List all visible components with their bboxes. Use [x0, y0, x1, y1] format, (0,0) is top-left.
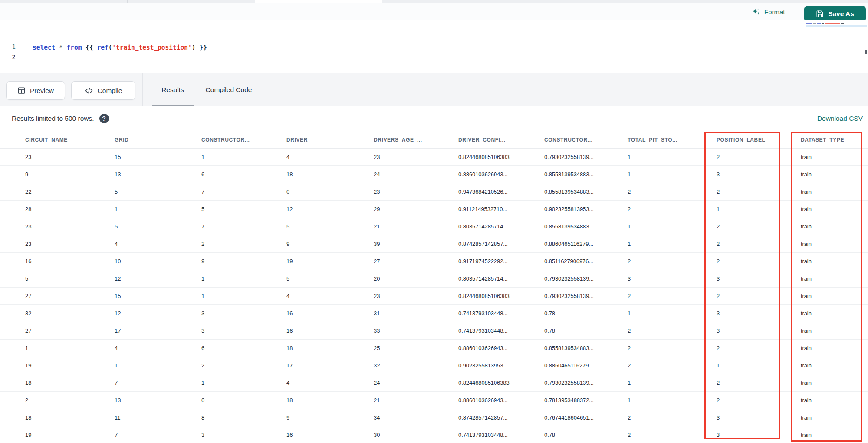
table-cell: 29 [374, 201, 458, 218]
table-cell: 1 [115, 357, 201, 374]
table-cell: 4 [286, 374, 374, 392]
preview-button[interactable]: Preview [6, 81, 65, 100]
table-row: 913618240.8860103626943...0.855813953488… [0, 166, 868, 183]
table-cell: 0.9473684210526... [458, 183, 544, 201]
code-token: ref [97, 44, 108, 51]
table-cell: 3 [717, 409, 801, 426]
table-cell: 0.8511627906976... [544, 253, 628, 270]
active-file-tab[interactable] [255, 0, 382, 3]
table-cell: 1 [628, 149, 717, 166]
table-cell: 19 [0, 426, 115, 443]
table-cell: 16 [286, 322, 374, 340]
table-cell: 5 [286, 270, 374, 288]
table-cell: 13 [115, 392, 201, 409]
code-line-1[interactable]: select * from {{ ref('train_test_positio… [33, 43, 207, 52]
table-cell: 12 [286, 201, 374, 218]
tab-divider [127, 0, 128, 3]
table-cell: 9 [201, 253, 286, 270]
table-cell: train [801, 305, 868, 322]
table-cell: 27 [0, 322, 115, 340]
help-icon[interactable]: ? [99, 114, 109, 123]
column-header-driver-confi[interactable]: DRIVER_CONFI... [458, 131, 544, 149]
table-cell: 1 [628, 235, 717, 253]
column-header-constructor[interactable]: CONSTRUCTOR... [544, 131, 628, 149]
column-header-driver[interactable]: DRIVER [286, 131, 374, 149]
table-cell: 1 [201, 374, 286, 392]
table-cell: 0 [201, 392, 286, 409]
table-cell: 0.78 [544, 305, 628, 322]
table-cell: 24 [374, 374, 458, 392]
table-cell: 1 [628, 392, 717, 409]
results-action-band: Preview Compile Results Compiled Code [0, 73, 868, 106]
column-header-drivers-age[interactable]: DRIVERS_AGE_... [374, 131, 458, 149]
table-cell: 9 [286, 409, 374, 426]
table-cell: train [801, 392, 868, 409]
table-row: 1610919270.9171974522292...0.85116279069… [0, 253, 868, 270]
table-cell: 0.7413793103448... [458, 322, 544, 340]
table-row: 23429390.8742857142857...0.8860465116279… [0, 235, 868, 253]
tab-results[interactable]: Results [152, 73, 194, 106]
table-cell: 3 [717, 322, 801, 340]
table-cell: 0.9023255813953... [458, 357, 544, 374]
table-cell: 0.7930232558139... [544, 374, 628, 392]
table-cell: 2 [0, 392, 115, 409]
table-cell: 6 [201, 340, 286, 357]
table-cell: 9 [286, 235, 374, 253]
compile-button[interactable]: Compile [71, 81, 135, 100]
table-cell: 4 [286, 288, 374, 305]
table-cell: 0.7930232558139... [544, 149, 628, 166]
table-cell: train [801, 166, 868, 183]
table-cell: 0.8860103626943... [458, 392, 544, 409]
table-cell: 1 [717, 201, 801, 218]
table-row: 23575210.8035714285714...0.8558139534883… [0, 218, 868, 235]
download-csv-link[interactable]: Download CSV [817, 115, 863, 122]
table-cell: 5 [286, 218, 374, 235]
table-cell: 0.9171974522292... [458, 253, 544, 270]
table-cell: 0.8742857142857... [458, 235, 544, 253]
table-cell: train [801, 183, 868, 201]
table-cell: 5 [115, 183, 201, 201]
table-cell: 10 [115, 253, 201, 270]
table-cell: 24 [374, 166, 458, 183]
table-row: 197316300.7413793103448...0.7823train [0, 426, 868, 443]
table-cell: 23 [0, 218, 115, 235]
active-line-highlight[interactable] [25, 53, 804, 62]
editor-tab-strip [0, 0, 868, 3]
compile-button-label: Compile [98, 87, 122, 95]
table-cell: 1 [628, 305, 717, 322]
table-cell: 4 [115, 340, 201, 357]
table-cell: 1 [628, 374, 717, 392]
table-cell: 2 [628, 183, 717, 201]
tab-compiled-code[interactable]: Compiled Code [199, 73, 258, 106]
table-cell: 18 [0, 374, 115, 392]
column-header-position-label[interactable]: POSITION_LABEL [717, 131, 801, 149]
results-limit-text: Results limited to 500 rows. [12, 115, 94, 122]
table-cell: 0.8860465116279... [544, 235, 628, 253]
column-header-dataset-type[interactable]: DATASET_TYPE [801, 131, 868, 149]
column-header-circuit-name[interactable]: CIRCUIT_NAME [0, 131, 115, 149]
table-cell: train [801, 253, 868, 270]
column-header-total-pit-sto[interactable]: TOTAL_PIT_STO... [628, 131, 717, 149]
format-button[interactable]: Format [749, 6, 788, 17]
column-header-grid[interactable]: GRID [115, 131, 201, 149]
table-cell: 0.824468085106383 [458, 288, 544, 305]
table-cell: 32 [0, 305, 115, 322]
table-cell: 16 [286, 305, 374, 322]
table-cell: 3 [717, 426, 801, 443]
table-cell: 2 [628, 253, 717, 270]
table-row: 271514230.8244680851063830.7930232558139… [0, 288, 868, 305]
table-cell: 2 [628, 340, 717, 357]
table-cell: 28 [0, 201, 115, 218]
table-cell: 2 [628, 357, 717, 374]
code-token: * [59, 44, 66, 51]
table-row: 181189340.8742857142857...0.767441860465… [0, 409, 868, 426]
table-row: 281512290.9112149532710...0.902325581395… [0, 201, 868, 218]
sql-code-editor[interactable]: 1 2 select * from {{ ref('train_test_pos… [0, 20, 868, 73]
table-cell: 1 [628, 218, 717, 235]
editor-minimap[interactable] [805, 20, 868, 73]
table-cell: 1 [201, 288, 286, 305]
table-cell: 2 [628, 322, 717, 340]
code-token: {{ [85, 44, 97, 51]
results-info-bar: Results limited to 500 rows. ? Download … [0, 106, 868, 131]
column-header-constructor[interactable]: CONSTRUCTOR... [201, 131, 286, 149]
